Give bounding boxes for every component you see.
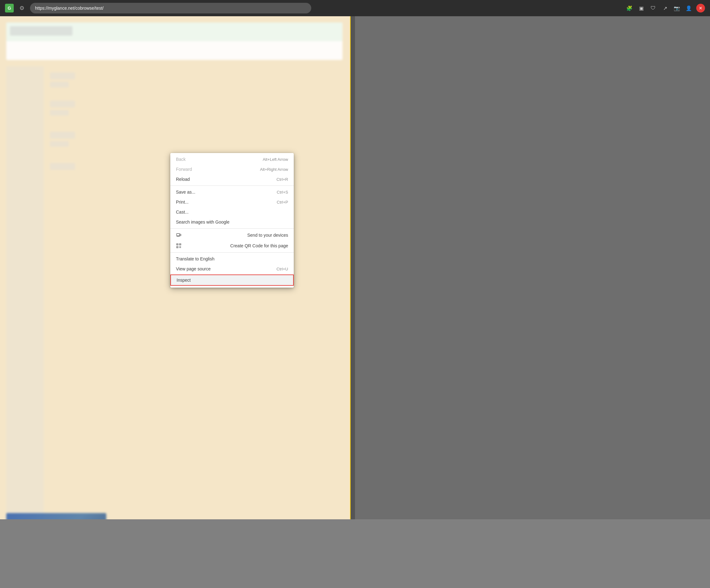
context-menu-save-as[interactable]: Save as... Ctrl+S <box>170 187 294 197</box>
browser-page-content: • svg <box>0 16 355 588</box>
page-background: • svg <box>0 16 355 588</box>
context-menu-cast[interactable]: Cast... <box>170 207 294 217</box>
camera-icon[interactable]: 📷 <box>672 4 681 13</box>
svg-rect-10 <box>180 246 181 247</box>
view-source-shortcut: Ctrl+U <box>277 267 288 271</box>
context-menu-back[interactable]: Back Alt+Left Arrow <box>170 154 294 164</box>
forward-shortcut: Alt+Right Arrow <box>260 167 288 172</box>
save-as-shortcut: Ctrl+S <box>277 190 288 195</box>
context-menu-search-images[interactable]: Search images with Google <box>170 217 294 227</box>
svg-rect-8 <box>177 247 178 248</box>
context-menu-forward[interactable]: Forward Alt+Right Arrow <box>170 164 294 174</box>
divider-2 <box>170 228 294 228</box>
settings-icon[interactable]: ⚙ <box>18 4 26 13</box>
blurred-content-5 <box>50 132 75 139</box>
sidebar-blurred <box>6 66 44 582</box>
qr-code-label: Create QR Code for this page <box>230 243 288 248</box>
qr-code-icon <box>176 243 182 249</box>
address-bar[interactable]: https://myglance.net/cobrowse/test/ <box>30 3 311 14</box>
view-source-label: View page source <box>176 266 211 271</box>
inspect-label: Inspect <box>176 277 191 283</box>
context-menu-view-source[interactable]: View page source Ctrl+U <box>170 264 294 274</box>
shield-icon[interactable]: 🛡 <box>649 4 658 13</box>
send-devices-label: Send to your devices <box>247 232 288 238</box>
context-menu-reload[interactable]: Reload Ctrl+R <box>170 174 294 184</box>
back-label: Back <box>176 157 186 162</box>
reload-shortcut: Ctrl+R <box>277 177 288 182</box>
browser-titlebar: G ⚙ https://myglance.net/cobrowse/test/ … <box>0 0 710 16</box>
toolbar-icons: 🧩 ▣ 🛡 ↗ 📷 👤 ✕ <box>625 4 705 13</box>
forward-label: Forward <box>176 167 192 172</box>
divider-3 <box>170 252 294 253</box>
translate-label: Translate to English <box>176 256 214 261</box>
svg-rect-0 <box>176 234 180 236</box>
context-menu-print[interactable]: Print... Ctrl+P <box>170 197 294 207</box>
divider-1 <box>170 186 294 186</box>
save-as-label: Save as... <box>176 190 195 195</box>
url-text: https://myglance.net/cobrowse/test/ <box>35 6 103 10</box>
print-label: Print... <box>176 199 188 204</box>
profile-icon[interactable]: 👤 <box>684 4 693 13</box>
share-icon[interactable]: ↗ <box>661 4 669 13</box>
search-images-label: Search images with Google <box>176 220 229 224</box>
extensions-icon[interactable]: 🧩 <box>625 4 634 13</box>
context-menu: Back Alt+Left Arrow Forward Alt+Right Ar… <box>170 153 294 288</box>
context-menu-translate[interactable]: Translate to English <box>170 254 294 264</box>
blurred-content-7 <box>50 163 75 170</box>
browser-scrollbar[interactable] <box>350 16 355 588</box>
context-menu-qr-code[interactable]: Create QR Code for this page <box>170 241 294 251</box>
blurred-content-2 <box>50 82 69 88</box>
context-menu-send-devices[interactable]: Send to your devices <box>170 230 294 241</box>
tab-groups-icon[interactable]: ▣ <box>637 4 646 13</box>
context-menu-inspect[interactable]: Inspect <box>170 274 294 286</box>
reload-label: Reload <box>176 177 190 182</box>
page-title-blurred <box>10 26 72 35</box>
blurred-content-4 <box>50 110 69 116</box>
devices-icon <box>176 232 182 238</box>
cast-label: Cast... <box>176 210 188 215</box>
blurred-content-3 <box>50 101 75 107</box>
back-shortcut: Alt+Left Arrow <box>263 157 288 162</box>
svg-rect-12 <box>180 247 181 248</box>
browser-app-icon[interactable]: G <box>5 4 14 13</box>
svg-rect-11 <box>180 247 180 248</box>
blurred-content-6 <box>50 141 69 147</box>
right-panel <box>355 16 710 588</box>
browser-window: G ⚙ https://myglance.net/cobrowse/test/ … <box>0 0 710 588</box>
close-button[interactable]: ✕ <box>696 4 705 13</box>
bottom-area <box>0 519 710 588</box>
blurred-content-1 <box>50 72 75 79</box>
svg-rect-9 <box>180 246 180 247</box>
print-shortcut: Ctrl+P <box>277 200 288 204</box>
svg-rect-1 <box>180 234 181 236</box>
svg-rect-4 <box>177 244 178 245</box>
svg-rect-6 <box>180 244 181 245</box>
